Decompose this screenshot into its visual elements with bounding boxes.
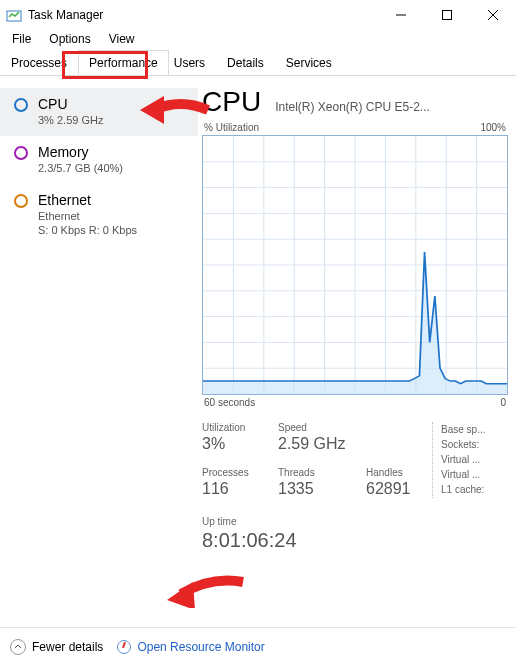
sidebar-cpu-sub: 3% 2.59 GHz <box>38 114 103 126</box>
sidebar-memory-sub: 2.3/5.7 GB (40%) <box>38 162 123 174</box>
cpu-utilization-chart <box>202 135 508 395</box>
sidebar-eth-sub1: Ethernet <box>38 210 137 222</box>
threads-value: 1335 <box>278 480 366 498</box>
svg-rect-2 <box>443 11 452 20</box>
menu-file[interactable]: File <box>4 30 39 50</box>
tab-processes[interactable]: Processes <box>0 50 78 75</box>
tab-details[interactable]: Details <box>216 50 275 75</box>
speed-value: 2.59 GHz <box>278 435 366 453</box>
memory-ring-icon <box>14 146 28 160</box>
chevron-up-icon <box>10 639 26 655</box>
resource-monitor-icon <box>117 640 131 654</box>
base-speed-label: Base sp... <box>441 422 508 437</box>
sidebar-item-ethernet[interactable]: Ethernet Ethernet S: 0 Kbps R: 0 Kbps <box>0 184 198 246</box>
content-panel: CPU Intel(R) Xeon(R) CPU E5-2... % Utili… <box>198 76 516 622</box>
cpu-model: Intel(R) Xeon(R) CPU E5-2... <box>275 100 508 114</box>
sidebar-eth-sub2: S: 0 Kbps R: 0 Kbps <box>38 224 137 236</box>
open-resource-monitor-label: Open Resource Monitor <box>137 640 264 654</box>
handles-value: 62891 <box>366 480 428 498</box>
proc-value: 116 <box>202 480 278 498</box>
menu-view[interactable]: View <box>101 30 143 50</box>
minimize-button[interactable] <box>378 0 424 30</box>
virtual2-label: Virtual ... <box>441 467 508 482</box>
cpu-ring-icon <box>14 98 28 112</box>
chart-y-label: % Utilization <box>204 122 259 133</box>
sidebar-memory-label: Memory <box>38 144 123 160</box>
uptime-label: Up time <box>202 516 508 527</box>
maximize-button[interactable] <box>424 0 470 30</box>
fewer-details-button[interactable]: Fewer details <box>10 639 103 655</box>
util-value: 3% <box>202 435 278 453</box>
ethernet-ring-icon <box>14 194 28 208</box>
sidebar: CPU 3% 2.59 GHz Memory 2.3/5.7 GB (40%) … <box>0 76 198 622</box>
window-title: Task Manager <box>28 8 103 22</box>
sidebar-item-memory[interactable]: Memory 2.3/5.7 GB (40%) <box>0 136 198 184</box>
handles-value-placeholder <box>366 435 428 453</box>
menu-options[interactable]: Options <box>41 30 98 50</box>
sidebar-item-cpu[interactable]: CPU 3% 2.59 GHz <box>0 88 198 136</box>
close-button[interactable] <box>470 0 516 30</box>
l1-label: L1 cache: <box>441 482 508 497</box>
proc-label: Processes <box>202 467 278 478</box>
fewer-details-label: Fewer details <box>32 640 103 654</box>
chart-x-right: 0 <box>500 397 506 408</box>
chart-x-left: 60 seconds <box>204 397 255 408</box>
tab-performance[interactable]: Performance <box>78 50 169 75</box>
sidebar-cpu-label: CPU <box>38 96 103 112</box>
app-icon <box>6 7 22 23</box>
util-label: Utilization <box>202 422 278 433</box>
tab-users[interactable]: Users <box>169 50 216 75</box>
open-resource-monitor-link[interactable]: Open Resource Monitor <box>117 640 264 654</box>
handles-label: Handles <box>366 467 428 478</box>
tab-services[interactable]: Services <box>275 50 343 75</box>
virtual1-label: Virtual ... <box>441 452 508 467</box>
content-heading: CPU <box>202 86 261 118</box>
uptime-value: 8:01:06:24 <box>202 529 508 552</box>
speed-label: Speed <box>278 422 366 433</box>
handles-label-placeholder <box>366 422 428 433</box>
chart-y-max: 100% <box>480 122 506 133</box>
sidebar-eth-label: Ethernet <box>38 192 137 208</box>
sockets-label: Sockets: <box>441 437 508 452</box>
threads-label: Threads <box>278 467 366 478</box>
